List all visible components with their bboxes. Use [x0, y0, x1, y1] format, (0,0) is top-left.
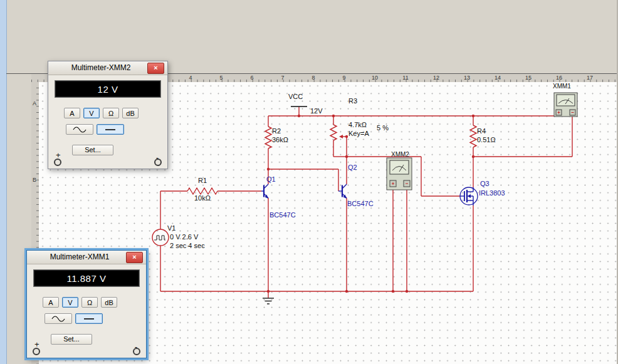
instrument-icon-XMM1[interactable]: [554, 93, 577, 117]
r2-value[interactable]: 36kΩ: [272, 136, 288, 143]
xmm2-mode-buttons: A V Ω dB: [64, 108, 139, 118]
xmm2-titlebar[interactable]: Multimeter-XMM2 ×: [48, 61, 167, 75]
xmm2-reading-display: 12 V: [55, 80, 161, 98]
resistor-R4[interactable]: R4 0.51Ω: [470, 125, 496, 147]
dc-mode-button[interactable]: [75, 313, 103, 324]
xmm1-mode-buttons: A V Ω dB: [43, 297, 117, 308]
q1-part[interactable]: BC547C: [270, 211, 296, 219]
minus-terminal-jack[interactable]: [154, 159, 162, 166]
dc-mode-button[interactable]: [97, 124, 124, 135]
potentiometer-R3[interactable]: R3 4.7kΩ 5 % Key=A: [330, 97, 389, 140]
xmm2-window-title: Multimeter-XMM2: [71, 63, 131, 72]
v1-timing[interactable]: 2 sec 4 sec: [170, 242, 205, 249]
r3-value[interactable]: 4.7kΩ: [348, 121, 367, 128]
q3-ref[interactable]: Q3: [480, 180, 490, 187]
transistor-Q2[interactable]: Q2 BC547C: [338, 164, 374, 207]
meter-face: [390, 160, 409, 174]
multimeter-xmm1-window: Multimeter-XMM1 × 11.887 V A V Ω dB Set.…: [26, 250, 147, 358]
xmm1-titlebar[interactable]: Multimeter-XMM1 ×: [27, 251, 146, 264]
ohms-button[interactable]: Ω: [103, 108, 119, 118]
v1-ref[interactable]: V1: [167, 224, 175, 232]
r3-tolerance[interactable]: 5 %: [377, 124, 389, 132]
db-button[interactable]: dB: [101, 297, 117, 308]
volts-button[interactable]: V: [83, 108, 100, 118]
square-wave-icon: [154, 236, 165, 240]
dc-line-icon: [81, 316, 97, 322]
xmm1-reading-display: 11.887 V: [33, 269, 140, 287]
resistor-R2[interactable]: R2 36kΩ: [265, 127, 288, 148]
q2-ref[interactable]: Q2: [348, 164, 357, 171]
ac-mode-button[interactable]: [66, 124, 93, 135]
r1-value[interactable]: 10kΩ: [194, 194, 211, 202]
plus-terminal-jack[interactable]: [33, 348, 40, 355]
vcc-voltage-label[interactable]: 12V: [310, 107, 323, 115]
amps-button[interactable]: A: [43, 297, 59, 308]
r1-ref[interactable]: R1: [198, 177, 207, 184]
set-button[interactable]: Set...: [51, 334, 92, 345]
vcc-label[interactable]: VCC: [288, 93, 303, 100]
instrument-icon-XMM2[interactable]: [387, 158, 412, 190]
close-icon: ×: [154, 64, 157, 71]
sine-wave-icon: [51, 316, 66, 322]
db-button[interactable]: dB: [122, 108, 139, 118]
transistor-Q1[interactable]: Q1 BC547C: [261, 175, 296, 219]
resistor-R1[interactable]: R1 10kΩ: [187, 177, 217, 202]
xmm2-signal-buttons: [66, 124, 124, 135]
close-button[interactable]: ×: [126, 252, 143, 263]
multisim-workspace: 1 2 3 4 5 6 7 8 9 10 11 12 13 14 15 16 1…: [0, 0, 618, 364]
r4-value[interactable]: 0.51Ω: [477, 136, 496, 143]
close-button[interactable]: ×: [147, 63, 164, 74]
q1-ref[interactable]: Q1: [266, 175, 276, 183]
r2-ref[interactable]: R2: [272, 127, 281, 135]
multimeter-xmm2-window: Multimeter-XMM2 × 12 V A V Ω dB Set... +…: [48, 61, 168, 169]
close-icon: ×: [132, 253, 136, 261]
ac-mode-button[interactable]: [45, 313, 72, 324]
volts-button[interactable]: V: [62, 297, 78, 308]
mosfet-Q3[interactable]: Q3 IRL3803: [460, 180, 505, 205]
minus-terminal-jack[interactable]: [133, 348, 140, 355]
dc-line-icon: [103, 127, 118, 133]
xmm2-schematic-label[interactable]: XMM2: [391, 151, 409, 158]
q2-part[interactable]: BC547C: [347, 200, 374, 207]
r3-ref[interactable]: R3: [348, 97, 357, 105]
ohms-button[interactable]: Ω: [81, 297, 98, 308]
amps-button[interactable]: A: [64, 108, 80, 118]
xmm1-window-title: Multimeter-XMM1: [50, 252, 110, 261]
r4-ref[interactable]: R4: [477, 127, 486, 135]
q3-part[interactable]: IRL3803: [479, 189, 505, 197]
xmm1-schematic-label[interactable]: XMM1: [553, 83, 571, 90]
ground-symbol[interactable]: [263, 298, 274, 304]
vcc-power-symbol[interactable]: VCC 12V: [288, 93, 323, 115]
set-button[interactable]: Set...: [72, 145, 113, 155]
xmm1-signal-buttons: [45, 313, 103, 324]
sine-wave-icon: [72, 127, 87, 133]
plus-terminal-jack[interactable]: [54, 159, 61, 166]
r3-key[interactable]: Key=A: [348, 130, 369, 137]
v1-levels[interactable]: 0 V 2.6 V: [170, 233, 199, 241]
